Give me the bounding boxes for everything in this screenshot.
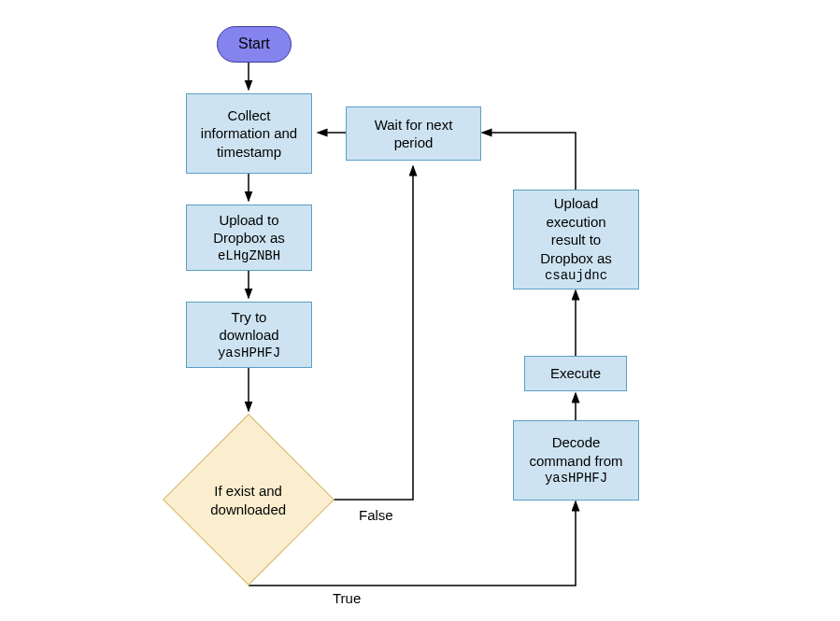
wait-node: Wait for next period bbox=[346, 106, 481, 161]
download-node: Try to download yasHPHFJ bbox=[186, 302, 312, 368]
decode-label: Decode command from bbox=[527, 433, 625, 470]
upload2-node: Upload execution result to Dropbox as cs… bbox=[513, 190, 639, 289]
start-node: Start bbox=[217, 26, 292, 63]
download-code: yasHPHFJ bbox=[218, 345, 280, 361]
decision-node: If exist and downloaded bbox=[163, 414, 335, 586]
decode-code: yasHPHFJ bbox=[545, 470, 607, 487]
upload1-code: eLHgZNBH bbox=[218, 247, 280, 264]
wait-label: Wait for next period bbox=[360, 116, 467, 152]
true-edge-label: True bbox=[333, 590, 361, 606]
false-edge-label: False bbox=[359, 507, 393, 523]
decode-node: Decode command from yasHPHFJ bbox=[513, 420, 639, 501]
upload2-code: csaujdnc bbox=[545, 267, 607, 284]
execute-label: Execute bbox=[550, 364, 601, 383]
upload1-label: Upload to Dropbox as bbox=[200, 211, 298, 247]
decision-label: If exist and downloaded bbox=[189, 482, 308, 518]
download-label: Try to download bbox=[200, 308, 298, 345]
start-label: Start bbox=[238, 35, 270, 51]
collect-label: Collect information and timestamp bbox=[200, 106, 298, 162]
upload2-label: Upload execution result to Dropbox as bbox=[527, 194, 625, 267]
upload1-node: Upload to Dropbox as eLHgZNBH bbox=[186, 205, 312, 271]
collect-node: Collect information and timestamp bbox=[186, 93, 312, 174]
execute-node: Execute bbox=[524, 356, 627, 391]
flow-arrows bbox=[0, 0, 840, 621]
